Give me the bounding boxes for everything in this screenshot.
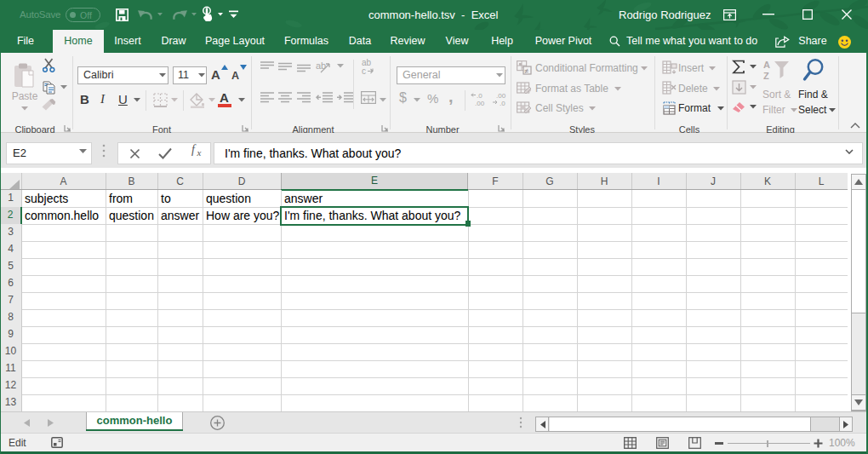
svg-text:.0: .0 xyxy=(500,100,505,106)
svg-text:Z: Z xyxy=(763,71,769,81)
svg-text:.00: .00 xyxy=(475,100,485,106)
svg-text:c: c xyxy=(362,66,366,75)
svg-text:≠: ≠ xyxy=(525,66,529,75)
svg-text:A: A xyxy=(763,60,770,70)
